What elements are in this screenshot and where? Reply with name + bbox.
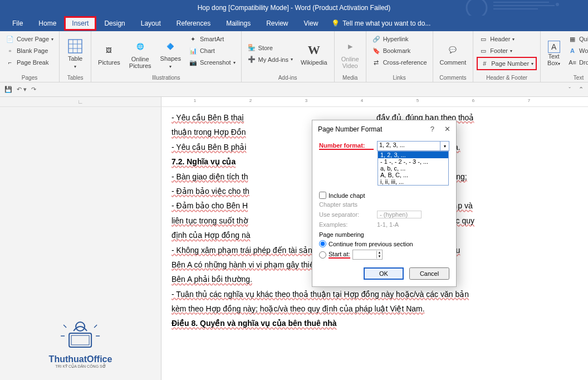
page-break-icon: ⌐: [6, 58, 14, 67]
quick-access-toolbar: 💾 ↶ ▾ ↷ ˇ ⌃: [0, 82, 588, 97]
hyperlink-button[interactable]: 🔗Hyperlink: [370, 33, 429, 45]
tab-references[interactable]: References: [169, 16, 218, 31]
horizontal-ruler[interactable]: 1 2 3 4 5 6 7: [161, 97, 588, 106]
option-abc-upper[interactable]: A, B, C, ...: [378, 172, 448, 178]
screenshot-button[interactable]: 📷Screenshot ▾: [187, 57, 238, 68]
smartart-button[interactable]: ✦SmartArt: [187, 33, 238, 45]
option-abc-lower[interactable]: a, b, c, ...: [378, 165, 448, 172]
logo-icon: [58, 316, 102, 350]
textbox-icon: A: [548, 41, 560, 53]
undo-button[interactable]: ↶ ▾: [17, 86, 27, 93]
tab-insert[interactable]: Insert: [64, 16, 96, 31]
svg-rect-8: [71, 335, 89, 345]
save-icon[interactable]: 💾: [4, 86, 12, 93]
number-format-combo[interactable]: 1, 2, 3, ... ▾ 1, 2, 3, ... - 1 -, - 2 -…: [377, 141, 449, 151]
window-title: Hop dong [Compatibility Mode] - Word (Pr…: [198, 4, 391, 12]
ribbon-collapse-icon[interactable]: ˇ: [569, 86, 571, 93]
page-numbering-label: Page numbering: [319, 231, 449, 238]
header-button[interactable]: ▭Header ▾: [477, 33, 537, 45]
shapes-button[interactable]: 🔷Shapes ▾: [157, 33, 184, 74]
chart-button[interactable]: 📊Chart: [187, 45, 238, 56]
quick-parts-button[interactable]: ▦Quick Parts: [566, 33, 588, 45]
comment-icon: 💬: [444, 41, 462, 59]
comment-button[interactable]: 💬Comment: [437, 33, 470, 74]
group-label-links: Links: [370, 74, 429, 81]
footer-button[interactable]: ▭Footer ▾: [477, 45, 537, 56]
help-icon[interactable]: ?: [430, 125, 434, 133]
bookmark-icon: 🔖: [372, 46, 381, 55]
store-button[interactable]: 🏪Store: [245, 42, 295, 53]
ok-button[interactable]: OK: [364, 267, 404, 280]
watermark-logo: ThuthuatOffice TRI KỸ CỦA DÂN CÔNG SỞ: [49, 316, 112, 369]
pictures-button[interactable]: 🖼Pictures: [95, 33, 124, 74]
bookmark-button[interactable]: 🔖Bookmark: [370, 45, 429, 56]
start-at-spinner[interactable]: ▲▼: [352, 250, 383, 260]
option-roman[interactable]: i, ii, iii, ...: [378, 178, 448, 185]
redo-button[interactable]: ↷: [31, 86, 36, 93]
group-header-footer: ▭Header ▾ ▭Footer ▾ #Page Number ▾ Heade…: [473, 31, 541, 82]
chart-icon: 📊: [189, 46, 198, 55]
tab-view[interactable]: View: [296, 16, 326, 31]
group-label-illustrations: Illustrations: [95, 74, 237, 81]
ruler-row: ∟ 1 2 3 4 5 6 7: [0, 97, 588, 107]
online-pictures-button[interactable]: 🌐Online Pictures: [126, 33, 155, 74]
page-break-button[interactable]: ⌐Page Break: [3, 57, 56, 68]
blank-page-button[interactable]: ▫Blank Page: [3, 45, 56, 56]
svg-point-1: [556, 3, 559, 6]
workspace: ThuthuatOffice TRI KỸ CỦA DÂN CÔNG SỞ - …: [0, 107, 588, 380]
tab-design[interactable]: Design: [96, 16, 133, 31]
dialog-title: Page Number Format: [318, 125, 382, 133]
start-at-radio[interactable]: [319, 251, 326, 259]
group-addins: 🏪Store ➕My Add-ins ▾ WWikipedia Add-ins: [242, 31, 335, 82]
tab-file[interactable]: File: [4, 16, 31, 31]
tab-review[interactable]: Review: [258, 16, 296, 31]
chevron-down-icon: ▾: [558, 61, 560, 66]
include-chapter-checkbox[interactable]: [319, 192, 326, 199]
number-format-label: Number format:: [319, 142, 374, 150]
text-box-button[interactable]: AText Box▾: [544, 33, 564, 74]
group-label-tables: Tables: [63, 74, 87, 81]
close-icon[interactable]: ✕: [444, 125, 450, 133]
wikipedia-button[interactable]: WWikipedia: [297, 33, 331, 74]
smartart-icon: ✦: [189, 35, 198, 43]
group-label-media: Media: [338, 74, 362, 81]
ribbon-options-icon[interactable]: ⌃: [579, 86, 584, 93]
tab-layout[interactable]: Layout: [133, 16, 169, 31]
page-number-button[interactable]: #Page Number ▾: [477, 57, 537, 70]
wordart-button[interactable]: AWordArt ▾: [566, 45, 588, 56]
shapes-icon: 🔷: [161, 37, 179, 55]
wordart-icon: A: [568, 46, 577, 55]
tell-me[interactable]: 💡 Tell me what you want to do...: [331, 20, 430, 27]
dialog-titlebar[interactable]: Page Number Format ? ✕: [312, 120, 456, 138]
start-at-input[interactable]: [353, 250, 376, 259]
table-icon: [66, 37, 84, 55]
cover-page-button[interactable]: 📄Cover Page ▾: [3, 33, 56, 45]
group-pages: 📄Cover Page ▾ ▫Blank Page ⌐Page Break Pa…: [0, 31, 60, 82]
navigation-pane: ThuthuatOffice TRI KỸ CỦA DÂN CÔNG SỞ: [0, 107, 161, 380]
continue-radio[interactable]: [319, 240, 326, 247]
title-bar: Hop dong [Compatibility Mode] - Word (Pr…: [0, 0, 588, 16]
online-video-button: ▶Online Video: [338, 33, 362, 74]
tab-mailings[interactable]: Mailings: [218, 16, 258, 31]
cancel-button[interactable]: Cancel: [409, 267, 449, 280]
tab-home[interactable]: Home: [31, 16, 64, 31]
dropcap-icon: A≡: [568, 58, 577, 67]
group-tables: Table ▾ Tables: [60, 31, 91, 82]
group-label-headerfooter: Header & Footer: [477, 74, 537, 81]
page-number-format-dialog: Page Number Format ? ✕ Number format: 1,…: [312, 120, 457, 287]
cross-reference-button[interactable]: ⇄Cross-reference: [370, 57, 429, 68]
group-label-comments: Comments: [437, 74, 470, 81]
spinner-down-icon[interactable]: ▼: [378, 255, 381, 259]
option-123[interactable]: 1, 2, 3, ...: [378, 152, 448, 158]
group-label-addins: Add-ins: [245, 74, 331, 81]
table-button[interactable]: Table ▾: [63, 33, 87, 74]
drop-cap-button[interactable]: A≡Drop Cap ▾: [566, 57, 588, 68]
svg-rect-2: [68, 40, 82, 53]
lightbulb-icon: 💡: [331, 20, 340, 27]
option-dash123[interactable]: - 1 -, - 2 -, - 3 -, ...: [378, 158, 448, 165]
header-icon: ▭: [479, 35, 488, 43]
spinner-up-icon[interactable]: ▲: [378, 251, 381, 255]
my-addins-button[interactable]: ➕My Add-ins ▾: [245, 54, 295, 65]
tab-selector[interactable]: ∟: [78, 99, 84, 105]
chevron-down-icon: ▾: [291, 57, 293, 62]
